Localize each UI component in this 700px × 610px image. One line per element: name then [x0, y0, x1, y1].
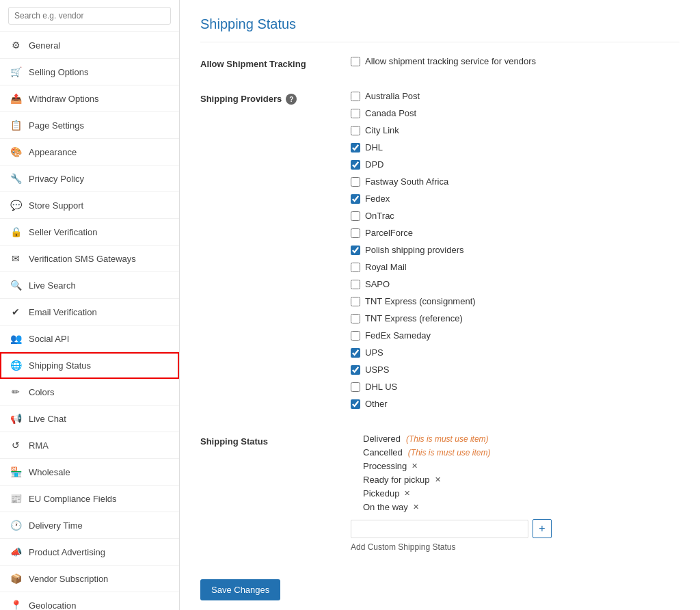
provider-label-australia-post: Australia Post	[365, 91, 420, 101]
provider-checkbox-parcelforce[interactable]	[351, 228, 360, 238]
provider-checkbox-ups[interactable]	[351, 348, 360, 358]
status-label-pickedup: Pickedup	[363, 488, 399, 499]
sidebar-item-selling-options[interactable]: 🛒 Selling Options	[0, 59, 179, 85]
provider-label-tnt-consignment: TNT Express (consignment)	[365, 296, 476, 306]
allow-tracking-checkbox[interactable]	[351, 57, 360, 66]
status-item-delivered: Delivered(This is must use item)	[363, 434, 679, 444]
provider-checkbox-ontrac[interactable]	[351, 211, 360, 221]
rma-icon: ↺	[10, 439, 22, 451]
sidebar-item-label-geolocation: Geolocation	[29, 600, 76, 611]
sidebar-item-label-rma: RMA	[29, 440, 49, 451]
provider-label-ups: UPS	[365, 347, 383, 358]
provider-row-fastway-sa: Fastway South Africa	[351, 176, 679, 187]
provider-checkbox-usps[interactable]	[351, 365, 360, 375]
provider-checkbox-city-link[interactable]	[351, 126, 360, 135]
provider-row-ups: UPS	[351, 347, 679, 358]
provider-checkbox-fastway-sa[interactable]	[351, 177, 360, 187]
add-status-input[interactable]	[351, 520, 528, 538]
shipping-status-label: Shipping Status	[200, 434, 337, 552]
provider-checkbox-tnt-consignment[interactable]	[351, 297, 360, 306]
add-status-button[interactable]: +	[533, 519, 552, 538]
shipping-providers-content: Australia Post Canada Post City Link DHL…	[351, 91, 679, 413]
provider-label-dpd: DPD	[365, 159, 383, 170]
sidebar-item-rma[interactable]: ↺ RMA	[0, 432, 179, 459]
allow-tracking-label: Allow shipment tracking service for vend…	[365, 56, 536, 66]
provider-row-dhl-us: DHL US	[351, 382, 679, 392]
provider-checkbox-australia-post[interactable]	[351, 92, 360, 101]
geolocation-icon: 📍	[10, 599, 22, 610]
provider-checkbox-tnt-reference[interactable]	[351, 314, 360, 323]
sidebar-item-label-withdraw-options: Withdraw Options	[29, 94, 99, 104]
sidebar: ⚙ General 🛒 Selling Options 📤 Withdraw O…	[0, 0, 180, 610]
status-list: Delivered(This is must use item)Cancelle…	[351, 434, 679, 512]
sidebar-item-live-search[interactable]: 🔍 Live Search	[0, 272, 179, 299]
provider-checkbox-polish-shipping[interactable]	[351, 246, 360, 255]
shipping-status-icon: 🌐	[10, 359, 22, 371]
provider-checkbox-sapo[interactable]	[351, 280, 360, 289]
provider-label-other: Other	[365, 399, 388, 409]
sidebar-item-page-settings[interactable]: 📋 Page Settings	[0, 112, 179, 139]
provider-label-dhl: DHL	[365, 142, 383, 152]
status-item-processing: Processing✕	[363, 461, 679, 471]
selling-options-icon: 🛒	[10, 66, 22, 78]
sidebar-item-shipping-status[interactable]: 🌐 Shipping Status	[0, 352, 179, 379]
sidebar-item-general[interactable]: ⚙ General	[0, 32, 179, 59]
sidebar-item-delivery-time[interactable]: 🕐 Delivery Time	[0, 512, 179, 539]
provider-checkbox-fedex-sameday[interactable]	[351, 331, 360, 341]
sidebar-item-geolocation[interactable]: 📍 Geolocation	[0, 592, 179, 610]
sidebar-item-colors[interactable]: ✏ Colors	[0, 379, 179, 406]
provider-checkbox-other[interactable]	[351, 399, 360, 409]
sidebar-search-input[interactable]	[8, 7, 171, 25]
sidebar-item-social-api[interactable]: 👥 Social API	[0, 326, 179, 352]
status-remove-on-the-way[interactable]: ✕	[413, 503, 419, 512]
sidebar-item-label-email-verification: Email Verification	[29, 307, 97, 317]
sidebar-item-label-wholesale: Wholesale	[29, 467, 70, 477]
status-remove-pickedup[interactable]: ✕	[404, 489, 410, 498]
provider-checkbox-canada-post[interactable]	[351, 109, 360, 118]
sidebar-item-store-support[interactable]: 💬 Store Support	[0, 192, 179, 219]
shipping-status-section: Shipping Status Delivered(This is must u…	[200, 434, 679, 552]
provider-label-parcelforce: ParcelForce	[365, 228, 413, 238]
provider-row-dhl: DHL	[351, 142, 679, 152]
status-item-cancelled: Cancelled(This is must use item)	[363, 447, 679, 458]
sidebar-item-vendor-subscription[interactable]: 📦 Vendor Subscription	[0, 566, 179, 592]
sidebar-item-label-product-advertising: Product Advertising	[29, 547, 105, 557]
sidebar-item-email-verification[interactable]: ✔ Email Verification	[0, 299, 179, 326]
privacy-policy-icon: 🔧	[10, 172, 22, 185]
provider-checkbox-fedex[interactable]	[351, 194, 360, 204]
sidebar-item-label-general: General	[29, 40, 60, 51]
sidebar-item-label-page-settings: Page Settings	[29, 120, 84, 131]
provider-checkbox-dpd[interactable]	[351, 160, 360, 170]
sidebar-item-label-store-support: Store Support	[29, 200, 83, 211]
sidebar-item-label-verification-sms: Verification SMS Gateways	[29, 254, 136, 264]
live-chat-icon: 📢	[10, 412, 22, 425]
provider-checkbox-dhl[interactable]	[351, 143, 360, 152]
allow-shipment-content: Allow shipment tracking service for vend…	[351, 56, 679, 70]
provider-label-tnt-reference: TNT Express (reference)	[365, 313, 463, 323]
shipping-providers-help-icon[interactable]: ?	[286, 94, 297, 105]
product-advertising-icon: 📣	[10, 546, 22, 558]
sidebar-item-appearance[interactable]: 🎨 Appearance	[0, 139, 179, 165]
sidebar-item-seller-verification[interactable]: 🔒 Seller Verification	[0, 219, 179, 246]
provider-label-fedex-sameday: FedEx Sameday	[365, 330, 431, 341]
provider-label-fedex: Fedex	[365, 194, 390, 204]
provider-row-tnt-consignment: TNT Express (consignment)	[351, 296, 679, 306]
sidebar-item-live-chat[interactable]: 📢 Live Chat	[0, 406, 179, 432]
sidebar-item-wholesale[interactable]: 🏪 Wholesale	[0, 459, 179, 486]
provider-label-sapo: SAPO	[365, 279, 390, 289]
sidebar-item-privacy-policy[interactable]: 🔧 Privacy Policy	[0, 165, 179, 192]
save-changes-button[interactable]: Save Changes	[200, 579, 280, 600]
provider-checkbox-royal-mail[interactable]	[351, 263, 360, 272]
provider-checkbox-dhl-us[interactable]	[351, 382, 360, 392]
eu-compliance-icon: 📰	[10, 492, 22, 505]
status-remove-processing[interactable]: ✕	[412, 462, 418, 470]
sidebar-item-verification-sms[interactable]: ✉ Verification SMS Gateways	[0, 246, 179, 272]
sidebar-item-withdraw-options[interactable]: 📤 Withdraw Options	[0, 85, 179, 112]
delivery-time-icon: 🕐	[10, 519, 22, 531]
status-remove-ready-pickup[interactable]: ✕	[435, 475, 441, 484]
sidebar-item-eu-compliance[interactable]: 📰 EU Compliance Fields	[0, 486, 179, 512]
provider-label-usps: USPS	[365, 364, 389, 375]
sidebar-item-product-advertising[interactable]: 📣 Product Advertising	[0, 539, 179, 566]
provider-label-city-link: City Link	[365, 125, 399, 135]
store-support-icon: 💬	[10, 199, 22, 211]
